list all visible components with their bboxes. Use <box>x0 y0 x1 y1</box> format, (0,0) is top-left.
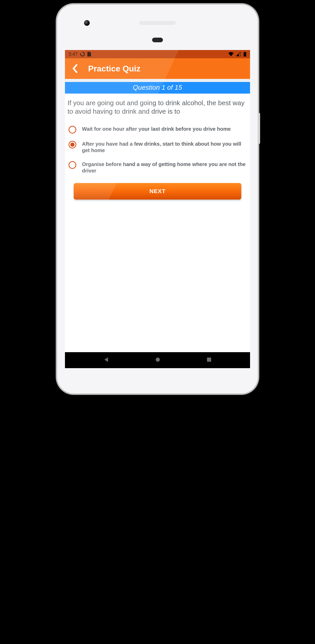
answer-option-label: Organise before hand a way of getting ho… <box>82 161 246 174</box>
question-body: If you are going out and going to drink … <box>65 94 250 200</box>
back-button[interactable] <box>70 63 80 74</box>
radio-icon <box>69 126 76 134</box>
answer-option-1[interactable]: Wait for one hour after your last drink … <box>69 126 246 134</box>
statusbar-right <box>228 52 246 56</box>
android-nav-bar <box>65 352 250 368</box>
answer-option-label: Wait for one hour after your last drink … <box>82 126 246 133</box>
data-saver-icon <box>80 52 85 56</box>
svg-rect-3 <box>207 358 211 362</box>
phone-sensor <box>152 38 163 42</box>
nav-back-icon[interactable] <box>103 357 109 364</box>
question-progress-banner: Question 1 of 15 <box>65 82 250 94</box>
phone-side-button <box>258 113 260 144</box>
status-bar: 3:47 <box>65 50 250 58</box>
sd-card-icon <box>87 52 91 56</box>
svg-point-2 <box>156 358 160 362</box>
appbar-divider <box>65 79 250 82</box>
nav-recent-icon[interactable] <box>206 357 212 363</box>
next-button[interactable]: NEXT <box>74 183 241 200</box>
answer-option-2[interactable]: After you have had a few drinks, start t… <box>69 141 246 154</box>
answer-option-label: After you have had a few drinks, start t… <box>82 141 246 154</box>
radio-icon <box>69 161 76 169</box>
next-button-label: NEXT <box>150 188 166 195</box>
chevron-left-icon <box>72 64 78 73</box>
battery-icon <box>243 52 246 56</box>
statusbar-left: 3:47 <box>69 52 91 57</box>
wifi-icon <box>228 52 234 56</box>
cellular-icon <box>236 52 241 56</box>
answer-option-3[interactable]: Organise before hand a way of getting ho… <box>69 161 246 174</box>
phone-frame: 3:47 Prac <box>57 5 258 393</box>
app-bar-title: Practice Quiz <box>88 64 140 73</box>
radio-icon <box>69 141 76 148</box>
phone-screen: 3:47 Prac <box>65 50 250 368</box>
phone-top-bezel <box>65 13 250 39</box>
svg-rect-0 <box>244 52 245 52</box>
app-bar: Practice Quiz <box>65 58 250 79</box>
statusbar-time: 3:47 <box>69 52 78 57</box>
nav-home-icon[interactable] <box>155 357 161 364</box>
answer-options: Wait for one hour after your last drink … <box>68 126 247 174</box>
question-text: If you are going out and going to drink … <box>68 99 247 116</box>
phone-speaker <box>139 21 176 25</box>
phone-bottom-bezel <box>65 368 250 383</box>
phone-camera <box>84 20 90 26</box>
svg-rect-1 <box>244 52 246 56</box>
